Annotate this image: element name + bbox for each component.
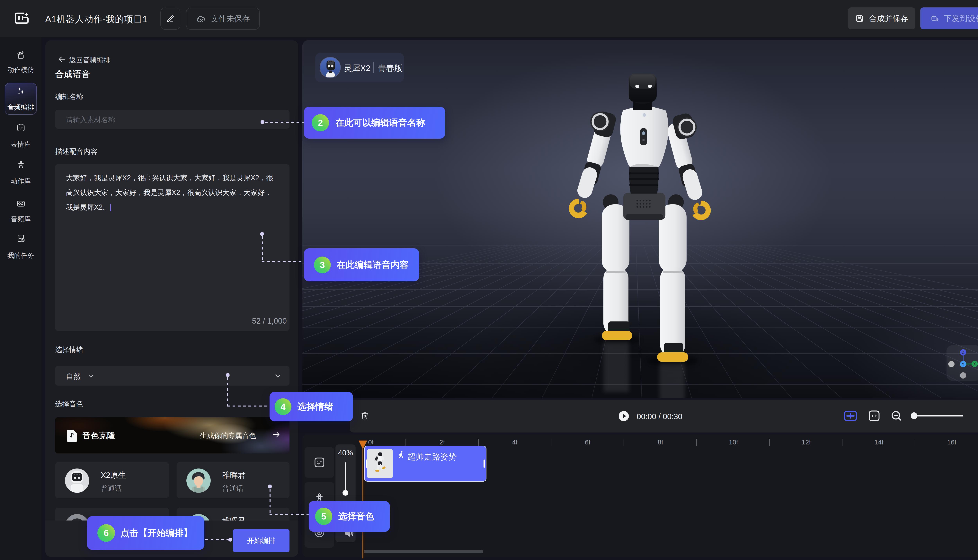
svg-text:X: X xyxy=(973,362,976,367)
svg-text:Y: Y xyxy=(962,362,965,367)
svg-text:Z: Z xyxy=(962,350,964,355)
